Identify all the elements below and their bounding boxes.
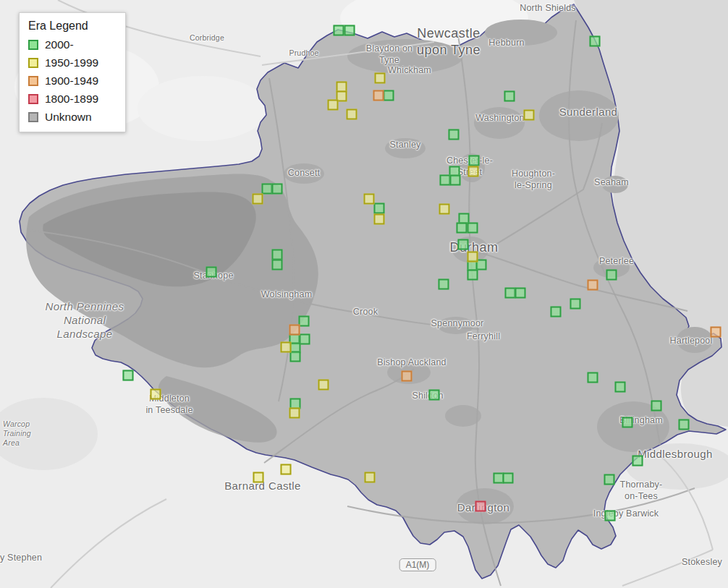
- legend-swatch-icon: [28, 40, 38, 50]
- legend-item-1900-1949: 1900-1949: [28, 74, 117, 88]
- marker-era-1950-1999[interactable]: [253, 194, 263, 205]
- marker-era-1900-1949[interactable]: [373, 90, 384, 101]
- legend-label: 2000-: [45, 38, 74, 51]
- marker-era-1950-1999[interactable]: [468, 166, 479, 177]
- marker-era-2000-[interactable]: [449, 129, 460, 140]
- marker-era-2000-[interactable]: [590, 36, 601, 47]
- marker-era-2000-[interactable]: [272, 184, 283, 195]
- legend-swatch-icon: [28, 94, 38, 104]
- legend-swatch-icon: [28, 76, 38, 86]
- marker-era-2000-[interactable]: [439, 279, 449, 290]
- marker-era-1950-1999[interactable]: [328, 100, 339, 111]
- legend-item-unknown: Unknown: [28, 111, 117, 124]
- road-shield-a1m: A1(M): [399, 558, 436, 571]
- legend-label: 1800-1899: [45, 93, 98, 106]
- marker-era-1900-1949[interactable]: [588, 280, 598, 291]
- marker-era-1950-1999[interactable]: [347, 109, 357, 120]
- marker-era-2000-[interactable]: [429, 390, 440, 401]
- marker-era-2000-[interactable]: [679, 419, 690, 430]
- marker-era-2000-[interactable]: [651, 401, 662, 412]
- marker-era-1950-1999[interactable]: [365, 472, 376, 483]
- rural-patch: [137, 76, 268, 141]
- marker-era-1950-1999[interactable]: [467, 252, 478, 263]
- marker-era-2000-[interactable]: [440, 175, 451, 186]
- marker-era-1950-1999[interactable]: [253, 472, 264, 483]
- marker-era-2000-[interactable]: [467, 270, 478, 281]
- marker-era-2000-[interactable]: [272, 250, 283, 260]
- marker-era-2000-[interactable]: [588, 372, 598, 383]
- marker-era-2000-[interactable]: [467, 223, 478, 234]
- marker-era-2000-[interactable]: [503, 473, 514, 484]
- legend-swatch-icon: [28, 112, 38, 122]
- marker-era-2000-[interactable]: [615, 382, 626, 393]
- marker-era-2000-[interactable]: [515, 288, 526, 299]
- legend-items: 2000-1950-19991900-19491800-1899Unknown: [28, 38, 117, 124]
- marker-era-1800-1899[interactable]: [475, 501, 486, 512]
- marker-era-1950-1999[interactable]: [281, 342, 292, 353]
- marker-era-2000-[interactable]: [206, 267, 217, 278]
- marker-era-2000-[interactable]: [469, 155, 480, 166]
- marker-era-2000-[interactable]: [123, 370, 134, 381]
- legend-label: Unknown: [45, 111, 92, 124]
- legend-title: Era Legend: [28, 20, 117, 33]
- marker-era-1950-1999[interactable]: [439, 204, 450, 215]
- marker-era-2000-[interactable]: [505, 288, 516, 299]
- marker-era-2000-[interactable]: [622, 417, 633, 428]
- marker-era-2000-[interactable]: [290, 351, 301, 362]
- marker-era-2000-[interactable]: [504, 91, 515, 102]
- marker-era-1950-1999[interactable]: [524, 110, 535, 121]
- marker-era-2000-[interactable]: [450, 175, 461, 186]
- marker-era-2000-[interactable]: [374, 203, 385, 214]
- marker-era-2000-[interactable]: [384, 90, 394, 101]
- marker-era-2000-[interactable]: [299, 316, 310, 327]
- marker-era-2000-[interactable]: [344, 25, 355, 36]
- marker-era-2000-[interactable]: [551, 307, 562, 318]
- marker-era-2000-[interactable]: [570, 299, 581, 310]
- legend-swatch-icon: [28, 58, 38, 68]
- legend-label: 1900-1949: [45, 74, 98, 88]
- era-legend: Era Legend 2000-1950-19991900-19491800-1…: [19, 12, 126, 132]
- legend-item-1950-1999: 1950-1999: [28, 56, 117, 69]
- marker-era-1900-1949[interactable]: [402, 371, 412, 382]
- marker-era-2000-[interactable]: [457, 223, 467, 234]
- marker-era-2000-[interactable]: [262, 184, 273, 195]
- marker-era-2000-[interactable]: [632, 456, 643, 466]
- marker-era-1900-1949[interactable]: [289, 325, 300, 336]
- marker-era-1950-1999[interactable]: [374, 214, 385, 225]
- legend-label: 1950-1999: [45, 56, 98, 69]
- marker-era-2000-[interactable]: [458, 239, 469, 250]
- marker-era-1900-1949[interactable]: [711, 327, 721, 338]
- marker-era-1950-1999[interactable]: [281, 464, 292, 475]
- marker-era-2000-[interactable]: [606, 270, 617, 281]
- map-viewport[interactable]: North ShieldsNewcastle upon TyneHexhamCo…: [0, 0, 728, 588]
- marker-era-2000-[interactable]: [605, 511, 616, 521]
- marker-era-2000-[interactable]: [300, 334, 310, 345]
- marker-era-1950-1999[interactable]: [151, 389, 161, 400]
- marker-era-1950-1999[interactable]: [289, 408, 300, 419]
- legend-item-1800-1899: 1800-1899: [28, 93, 117, 106]
- marker-era-1950-1999[interactable]: [364, 194, 375, 205]
- marker-era-2000-[interactable]: [334, 25, 344, 36]
- marker-era-1950-1999[interactable]: [318, 380, 329, 391]
- marker-era-1950-1999[interactable]: [375, 73, 386, 84]
- marker-era-2000-[interactable]: [272, 260, 283, 270]
- legend-item-2000-: 2000-: [28, 38, 117, 51]
- marker-era-2000-[interactable]: [604, 474, 615, 485]
